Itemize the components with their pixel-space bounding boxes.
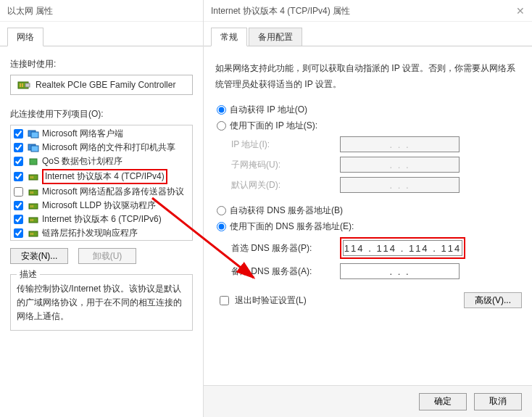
validate-checkbox[interactable] xyxy=(220,296,229,305)
item-label: Internet 协议版本 6 (TCP/IPv6) xyxy=(42,213,162,226)
adapter-field[interactable]: Realtek PCIe GBE Family Controller xyxy=(10,75,193,95)
tcpip-tabbar: 常规 备用配置 xyxy=(204,22,532,46)
item-checkbox[interactable] xyxy=(14,143,23,152)
mask-label: 子网掩码(U): xyxy=(231,159,340,171)
svg-rect-16 xyxy=(30,205,32,207)
radio-manual-dns-row[interactable]: 使用下面的 DNS 服务器地址(E): xyxy=(217,220,519,233)
list-item[interactable]: Internet 协议版本 6 (TCP/IPv6) xyxy=(14,212,189,226)
items-label: 此连接使用下列项目(O): xyxy=(10,108,193,120)
radio-auto-dns[interactable] xyxy=(217,206,226,215)
tcpip-info: 如果网络支持此功能，则可以获取自动指派的 IP 设置。否则，你需要从网络系统管理… xyxy=(215,61,520,92)
connect-using-label: 连接时使用: xyxy=(10,58,193,70)
item-checkbox[interactable] xyxy=(14,157,23,166)
dns1-highlight: 114 . 114 . 114 . 114 xyxy=(340,237,465,259)
close-icon[interactable]: ✕ xyxy=(516,0,525,21)
svg-rect-19 xyxy=(30,219,32,221)
advanced-button[interactable]: 高级(V)... xyxy=(464,292,522,308)
ip-input[interactable]: . . . xyxy=(340,136,460,152)
radio-manual-ip-row[interactable]: 使用下面的 IP 地址(S): xyxy=(217,120,519,132)
item-label: Microsoft 网络的文件和打印机共享 xyxy=(42,141,175,154)
description-legend: 描述 xyxy=(17,268,40,281)
item-label: Microsoft 网络适配器多路传送器协议 xyxy=(42,186,184,198)
list-item[interactable]: 链路层拓扑发现响应程序 xyxy=(14,226,189,240)
mask-field-row: 子网掩码(U): . . . xyxy=(231,157,519,173)
radio-auto-ip-label: 自动获得 IP 地址(O) xyxy=(230,104,307,116)
tab-network[interactable]: 网络 xyxy=(7,28,43,46)
svg-rect-14 xyxy=(33,191,34,194)
radio-manual-dns[interactable] xyxy=(217,222,226,231)
svg-rect-11 xyxy=(33,176,34,178)
list-item[interactable]: Microsoft LLDP 协议驱动程序 xyxy=(14,199,189,212)
ethernet-title: 以太网 属性 xyxy=(7,0,53,21)
tcpip-body: 如果网络支持此功能，则可以获取自动指派的 IP 设置。否则，你需要从网络系统管理… xyxy=(204,46,532,352)
list-item[interactable]: QoS 数据包计划程序 xyxy=(14,154,189,168)
tcpip-title: Internet 协议版本 4 (TCP/IPv4) 属性 xyxy=(211,0,350,21)
protocol-icon xyxy=(28,201,39,211)
network-items-list[interactable]: Microsoft 网络客户端Microsoft 网络的文件和打印机共享QoS … xyxy=(10,125,193,241)
item-buttons-row: 安装(N)... 卸载(U) xyxy=(10,248,193,264)
install-button[interactable]: 安装(N)... xyxy=(10,248,68,264)
svg-rect-17 xyxy=(33,205,34,207)
item-checkbox[interactable] xyxy=(14,201,23,210)
dns2-label: 备用 DNS 服务器(A): xyxy=(231,265,340,278)
ethernet-properties-window: 以太网 属性 网络 连接时使用: Realtek PCIe GBE Family… xyxy=(0,0,203,417)
tcpip-properties-window: Internet 协议版本 4 (TCP/IPv4) 属性 ✕ 常规 备用配置 … xyxy=(203,0,532,417)
gw-field-row: 默认网关(D): . . . xyxy=(231,177,519,193)
item-checkbox[interactable] xyxy=(14,228,23,238)
cancel-button[interactable]: 取消 xyxy=(474,393,522,410)
tcpip-titlebar: Internet 协议版本 4 (TCP/IPv4) 属性 ✕ xyxy=(204,0,532,22)
dns1-input[interactable]: 114 . 114 . 114 . 114 xyxy=(343,240,462,256)
protocol-icon xyxy=(28,187,39,197)
list-item[interactable]: Microsoft 网络的文件和打印机共享 xyxy=(14,141,189,154)
svg-rect-23 xyxy=(33,233,34,235)
radio-manual-ip-label: 使用下面的 IP 地址(S): xyxy=(230,120,317,132)
gw-label: 默认网关(D): xyxy=(231,179,340,191)
radio-auto-dns-row[interactable]: 自动获得 DNS 服务器地址(B) xyxy=(217,205,519,217)
ethernet-body: 连接时使用: Realtek PCIe GBE Family Controlle… xyxy=(0,46,203,338)
ethernet-tabbar: 网络 xyxy=(0,22,203,46)
ip-label: IP 地址(I): xyxy=(231,139,340,151)
item-label: Internet 协议版本 4 (TCP/IPv4) xyxy=(42,169,167,184)
list-item[interactable]: Internet 协议版本 4 (TCP/IPv4) xyxy=(14,168,189,185)
protocol-icon xyxy=(28,129,39,139)
validate-row[interactable]: 退出时验证设置(L) xyxy=(217,294,307,307)
svg-rect-2 xyxy=(20,83,21,87)
svg-rect-7 xyxy=(31,146,38,152)
uninstall-button[interactable]: 卸载(U) xyxy=(78,248,136,264)
item-checkbox[interactable] xyxy=(14,129,23,139)
list-item[interactable]: Microsoft 网络适配器多路传送器协议 xyxy=(14,185,189,199)
ok-button[interactable]: 确定 xyxy=(419,393,467,410)
ip-section: 自动获得 IP 地址(O) 使用下面的 IP 地址(S): IP 地址(I): … xyxy=(214,104,522,193)
exit-advanced-row: 退出时验证设置(L) 高级(V)... xyxy=(214,292,522,308)
tab-general[interactable]: 常规 xyxy=(211,28,247,46)
ip-field-row: IP 地址(I): . . . xyxy=(231,136,519,152)
list-item[interactable]: Microsoft 网络客户端 xyxy=(14,127,189,141)
item-checkbox[interactable] xyxy=(14,172,23,181)
validate-label: 退出时验证设置(L) xyxy=(235,294,307,307)
protocol-icon xyxy=(28,143,39,153)
radio-auto-ip[interactable] xyxy=(217,105,226,115)
nic-icon xyxy=(17,79,31,91)
protocol-icon xyxy=(28,172,39,182)
svg-rect-3 xyxy=(22,83,23,87)
radio-auto-dns-label: 自动获得 DNS 服务器地址(B) xyxy=(230,205,343,217)
radio-auto-ip-row[interactable]: 自动获得 IP 地址(O) xyxy=(217,104,519,116)
dns2-field-row: 备用 DNS 服务器(A): . . . xyxy=(231,263,519,279)
radio-manual-dns-label: 使用下面的 DNS 服务器地址(E): xyxy=(230,220,354,233)
dns-section: 自动获得 DNS 服务器地址(B) 使用下面的 DNS 服务器地址(E): 首选… xyxy=(214,205,522,279)
dns2-input[interactable]: . . . xyxy=(340,263,460,279)
bottom-button-bar: 确定 取消 xyxy=(204,385,532,417)
protocol-icon xyxy=(28,157,39,167)
svg-rect-20 xyxy=(33,219,34,221)
item-label: Microsoft LLDP 协议驱动程序 xyxy=(42,199,156,212)
item-label: 链路层拓扑发现响应程序 xyxy=(42,227,138,239)
svg-rect-10 xyxy=(30,176,32,178)
item-checkbox[interactable] xyxy=(14,215,23,224)
mask-input[interactable]: . . . xyxy=(340,157,460,173)
item-checkbox[interactable] xyxy=(14,187,23,197)
protocol-icon xyxy=(28,228,39,239)
radio-manual-ip[interactable] xyxy=(217,121,226,131)
svg-rect-5 xyxy=(31,132,38,138)
gw-input[interactable]: . . . xyxy=(340,177,460,193)
tab-alt-config[interactable]: 备用配置 xyxy=(249,28,302,46)
